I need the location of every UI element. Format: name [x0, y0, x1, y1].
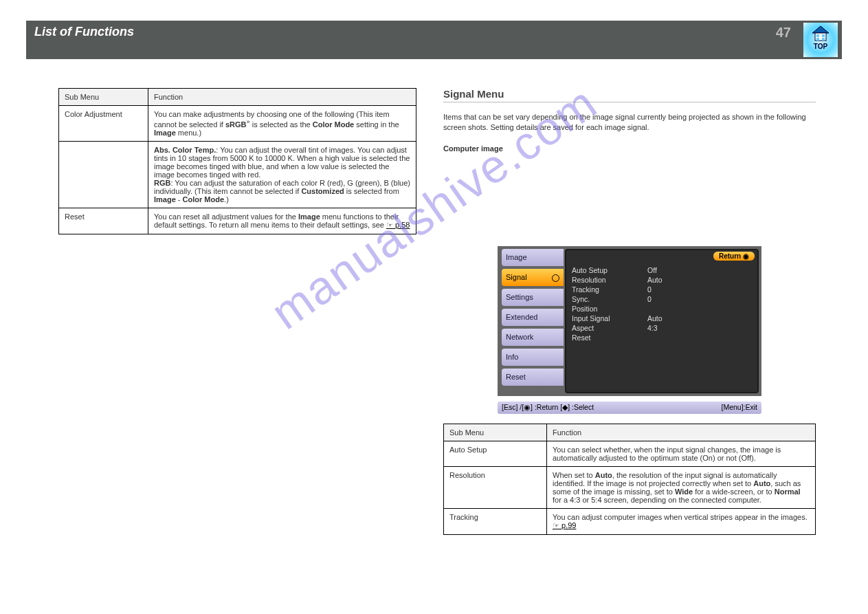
osd-tab-image[interactable]: Image	[502, 249, 564, 266]
osd-key: Sync.	[572, 294, 647, 304]
osd-value: 0	[647, 294, 652, 304]
osd-tab-settings[interactable]: Settings	[502, 289, 564, 306]
table-row: Auto SetupYou can select whether, when t…	[444, 441, 816, 466]
osd-row[interactable]: Aspect4:3	[572, 323, 752, 333]
cell-submenu	[59, 141, 148, 208]
svg-rect-4	[816, 38, 819, 41]
osd-value: Off	[647, 265, 657, 275]
osd-value: 0	[647, 285, 652, 294]
cell-function: Abs. Color Temp.: You can adjust the ove…	[148, 141, 416, 208]
osd-value: Auto	[647, 314, 663, 323]
left-column: Sub Menu Function Color AdjustmentYou ca…	[58, 88, 416, 234]
computer-image-label: Computer image	[443, 144, 816, 153]
footer-right: [Menu]:Exit	[721, 403, 757, 413]
table-row: TrackingYou can adjust computer images w…	[444, 508, 816, 534]
table-row: Abs. Color Temp.: You can adjust the ove…	[59, 141, 416, 208]
osd-row[interactable]: Position	[572, 304, 752, 314]
osd-tab-signal[interactable]: Signal	[502, 269, 564, 286]
svg-rect-3	[822, 34, 825, 37]
left-table: Sub Menu Function Color AdjustmentYou ca…	[58, 88, 416, 234]
enter-icon: ◉	[743, 252, 749, 260]
osd-row[interactable]: Sync.0	[572, 294, 752, 304]
osd-key: Tracking	[572, 285, 647, 294]
svg-rect-2	[816, 34, 819, 37]
top-label: TOP	[803, 43, 838, 50]
osd-key: Reset	[572, 333, 647, 342]
osd-panel: Return ◉ Auto SetupOffResolutionAutoTrac…	[565, 249, 759, 393]
cell-submenu: Color Adjustment	[59, 106, 148, 142]
cell-submenu: Auto Setup	[444, 441, 547, 466]
house-icon	[810, 25, 831, 43]
table-row: ResetYou can reset all adjustment values…	[59, 208, 416, 234]
page-number: 47	[776, 25, 791, 41]
signal-note: Items that can be set vary depending on …	[443, 112, 816, 133]
osd-row[interactable]: ResolutionAuto	[572, 275, 752, 285]
cell-function: You can select whether, when the input s…	[547, 441, 816, 466]
divider	[443, 102, 816, 102]
osd-tab-extended[interactable]: Extended	[502, 309, 564, 326]
osd-tab-network[interactable]: Network	[502, 329, 564, 346]
th-function: Function	[547, 424, 816, 441]
return-button[interactable]: Return ◉	[713, 252, 755, 261]
cell-function: You can adjust computer images when vert…	[547, 508, 816, 534]
osd-value: Auto	[647, 275, 663, 285]
osd-row[interactable]: Reset	[572, 333, 752, 342]
right-table: Sub Menu Function Auto SetupYou can sele…	[443, 424, 816, 535]
osd-footer: [Esc] /[◉] :Return [◆] :Select [Menu]:Ex…	[498, 402, 761, 414]
osd-value: 4:3	[647, 323, 658, 333]
header-title: List of Functions	[34, 25, 134, 39]
cell-function: When set to Auto, the resolution of the …	[547, 466, 816, 508]
signal-menu-title: Signal Menu	[443, 88, 816, 100]
footer-left: [Esc] /[◉] :Return [◆] :Select	[502, 403, 594, 413]
th-submenu: Sub Menu	[444, 424, 547, 441]
osd-screenshot: ImageSignalSettingsExtendedNetworkInfoRe…	[498, 246, 761, 396]
cell-function: You can make adjustments by choosing one…	[148, 106, 416, 142]
osd-key: Auto Setup	[572, 265, 647, 275]
svg-rect-5	[822, 38, 825, 41]
svg-marker-0	[812, 26, 829, 33]
table-row: ResolutionWhen set to Auto, the resoluti…	[444, 466, 816, 508]
osd-key: Resolution	[572, 275, 647, 285]
cell-function: You can reset all adjustment values for …	[148, 208, 416, 234]
th-function: Function	[148, 89, 416, 106]
osd-tab-reset[interactable]: Reset	[502, 369, 564, 386]
osd-row[interactable]: Tracking0	[572, 285, 752, 294]
osd-key: Position	[572, 304, 647, 314]
cell-submenu: Resolution	[444, 466, 547, 508]
top-icon[interactable]: TOP	[803, 23, 838, 57]
cell-submenu: Tracking	[444, 508, 547, 534]
osd-row[interactable]: Auto SetupOff	[572, 265, 752, 275]
right-column: Signal Menu Items that can be set vary d…	[443, 88, 816, 535]
th-submenu: Sub Menu	[59, 89, 148, 106]
cell-submenu: Reset	[59, 208, 148, 234]
osd-row[interactable]: Input SignalAuto	[572, 314, 752, 323]
osd-key: Input Signal	[572, 314, 647, 323]
header-bar: List of Functions 47 TOP	[26, 21, 842, 59]
table-row: Color AdjustmentYou can make adjustments…	[59, 106, 416, 142]
osd-key: Aspect	[572, 323, 647, 333]
osd-tab-info[interactable]: Info	[502, 349, 564, 366]
